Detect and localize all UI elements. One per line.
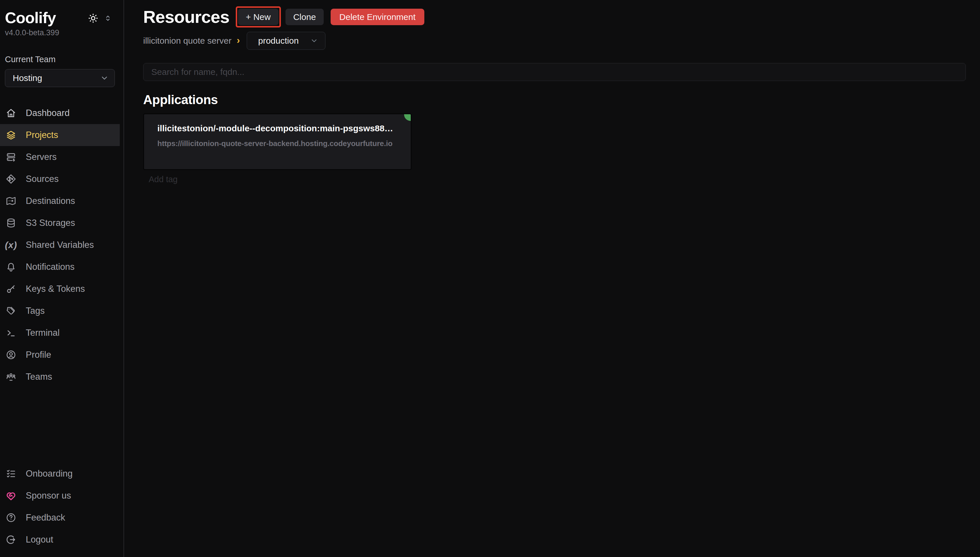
sidebar-item-label: Keys & Tokens	[26, 284, 85, 294]
coolify-app: Coolify v4.0.0-beta.399 Current Team Hos…	[0, 0, 980, 557]
sidebar-item-label: Terminal	[26, 328, 60, 338]
logout-icon	[5, 534, 17, 546]
sidebar-item-label: Notifications	[26, 262, 75, 272]
new-button-highlight-box: + New	[236, 7, 281, 28]
tags-icon	[5, 305, 17, 317]
sidebar-item-shared-variables[interactable]: (x) Shared Variables	[0, 234, 120, 256]
sidebar-item-label: S3 Storages	[26, 218, 75, 228]
sidebar-item-destinations[interactable]: Destinations	[0, 190, 120, 212]
sidebar-item-servers[interactable]: Servers	[0, 146, 120, 168]
chevron-down-icon	[100, 74, 109, 82]
search-input[interactable]	[143, 63, 966, 81]
sidebar-item-label: Sources	[26, 174, 59, 184]
logo-icons	[88, 13, 112, 24]
sidebar-item-terminal[interactable]: Terminal	[0, 322, 120, 344]
team-select-value: Hosting	[13, 73, 42, 83]
sidebar-item-label: Onboarding	[26, 469, 73, 479]
sidebar-item-teams[interactable]: Teams	[0, 366, 120, 388]
map-icon	[5, 195, 17, 207]
chevron-down-icon	[310, 37, 318, 45]
sidebar-item-label: Shared Variables	[26, 240, 94, 250]
sidebar-item-sources[interactable]: Sources	[0, 168, 120, 190]
sidebar-item-label: Sponsor us	[26, 490, 71, 501]
bell-icon	[5, 261, 17, 273]
clone-button[interactable]: Clone	[285, 9, 324, 25]
breadcrumb-chevron-icon: ›	[237, 35, 240, 45]
sidebar-item-sponsor-us[interactable]: Sponsor us	[0, 485, 120, 507]
app-logo[interactable]: Coolify	[5, 9, 56, 27]
sidebar-item-label: Profile	[26, 350, 51, 360]
sidebar-item-label: Servers	[26, 152, 57, 162]
layers-icon	[5, 129, 17, 141]
status-indicator-running	[404, 113, 412, 121]
user-circle-icon	[5, 349, 17, 361]
sidebar-item-label: Projects	[26, 130, 58, 140]
home-icon	[5, 107, 17, 119]
sidebar-item-logout[interactable]: Logout	[0, 529, 120, 550]
breadcrumb-project-link[interactable]: illicitonion quote server	[143, 36, 231, 46]
sidebar-item-projects[interactable]: Projects	[0, 124, 120, 146]
environment-select-value: production	[258, 36, 298, 46]
sidebar-item-dashboard[interactable]: Dashboard	[0, 102, 120, 124]
application-card[interactable]: illicitestonion/-module--decomposition:m…	[143, 113, 412, 170]
chevron-up-down-icon[interactable]	[104, 14, 112, 22]
sidebar-item-s3-storages[interactable]: S3 Storages	[0, 212, 120, 234]
heart-handshake-icon	[5, 490, 17, 502]
sidebar-item-label: Teams	[26, 371, 52, 382]
sidebar-item-label: Logout	[26, 534, 53, 545]
current-team-label: Current Team	[5, 55, 124, 64]
sidebar-item-tags[interactable]: Tags	[0, 300, 120, 322]
sidebar-item-label: Feedback	[26, 513, 65, 523]
sidebar-item-keys-tokens[interactable]: Keys & Tokens	[0, 278, 120, 300]
delete-environment-button[interactable]: Delete Environment	[330, 9, 424, 25]
application-url: https://illicitonion-quote-server-backen…	[157, 139, 398, 148]
app-version: v4.0.0-beta.399	[5, 28, 124, 37]
database-icon	[5, 217, 17, 229]
logo-row: Coolify	[5, 9, 124, 27]
sidebar-nav: Dashboard Projects Servers Sources	[0, 102, 124, 388]
sidebar-item-label: Tags	[26, 306, 44, 316]
page-title: Resources	[143, 8, 230, 26]
team-select[interactable]: Hosting	[5, 69, 115, 87]
application-name: illicitestonion/-module--decomposition:m…	[157, 124, 398, 134]
environment-select[interactable]: production	[247, 32, 326, 50]
sidebar-footer-nav: Onboarding Sponsor us Feedback Logout	[0, 463, 120, 550]
main-content: Resources + New Clone Delete Environment…	[124, 0, 980, 557]
server-bolt-icon	[5, 151, 17, 163]
sidebar-item-label: Destinations	[26, 196, 75, 206]
breadcrumb: illicitonion quote server › production	[143, 32, 966, 50]
sidebar-item-feedback[interactable]: Feedback	[0, 507, 120, 529]
variables-icon: (x)	[5, 239, 17, 251]
checklist-icon	[5, 468, 17, 479]
applications-heading: Applications	[143, 93, 966, 107]
sidebar-item-profile[interactable]: Profile	[0, 344, 120, 366]
help-circle-icon	[5, 512, 17, 523]
key-icon	[5, 283, 17, 295]
page-header: Resources + New Clone Delete Environment	[143, 7, 966, 28]
terminal-icon	[5, 327, 17, 339]
new-button[interactable]: + New	[238, 9, 278, 25]
sun-icon[interactable]	[88, 13, 99, 24]
sidebar: Coolify v4.0.0-beta.399 Current Team Hos…	[0, 0, 124, 557]
users-group-icon	[5, 371, 17, 383]
sidebar-item-onboarding[interactable]: Onboarding	[0, 463, 120, 485]
add-tag-button[interactable]: Add tag	[149, 175, 177, 184]
git-source-icon	[5, 173, 17, 185]
sidebar-item-notifications[interactable]: Notifications	[0, 256, 120, 278]
sidebar-item-label: Dashboard	[26, 108, 70, 118]
